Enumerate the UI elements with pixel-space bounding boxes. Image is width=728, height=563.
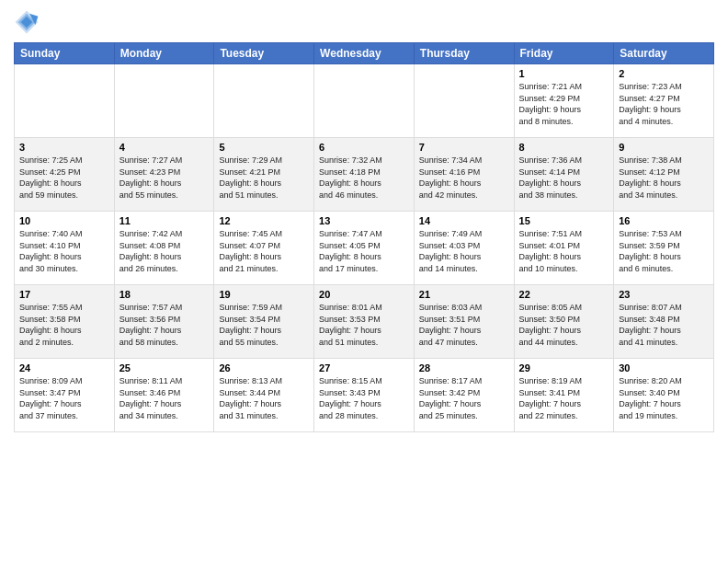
calendar-cell: 25Sunrise: 8:11 AM Sunset: 3:46 PM Dayli… [114,359,214,432]
day-number: 14 [419,215,509,226]
day-info: Sunrise: 7:51 AM Sunset: 4:01 PM Dayligh… [519,228,609,274]
day-number: 5 [219,142,309,153]
calendar-cell: 30Sunrise: 8:20 AM Sunset: 3:40 PM Dayli… [614,359,714,432]
calendar-cell: 29Sunrise: 8:19 AM Sunset: 3:41 PM Dayli… [514,359,614,432]
day-info: Sunrise: 8:15 AM Sunset: 3:43 PM Dayligh… [319,375,409,421]
day-info: Sunrise: 7:21 AM Sunset: 4:29 PM Dayligh… [519,81,609,127]
day-number: 20 [319,289,409,300]
logo-icon [14,9,40,35]
day-info: Sunrise: 7:27 AM Sunset: 4:23 PM Dayligh… [119,155,210,201]
day-info: Sunrise: 7:53 AM Sunset: 3:59 PM Dayligh… [619,228,709,274]
day-info: Sunrise: 7:34 AM Sunset: 4:16 PM Dayligh… [419,155,509,201]
day-info: Sunrise: 7:32 AM Sunset: 4:18 PM Dayligh… [319,155,409,201]
day-info: Sunrise: 7:57 AM Sunset: 3:56 PM Dayligh… [119,302,210,348]
day-header-friday: Friday [514,43,614,64]
day-header-tuesday: Tuesday [214,43,314,64]
calendar-week-5: 24Sunrise: 8:09 AM Sunset: 3:47 PM Dayli… [15,359,714,432]
header [14,9,714,35]
day-number: 9 [619,142,709,153]
calendar-cell: 21Sunrise: 8:03 AM Sunset: 3:51 PM Dayli… [414,285,514,359]
day-info: Sunrise: 7:59 AM Sunset: 3:54 PM Dayligh… [219,302,309,348]
day-info: Sunrise: 8:09 AM Sunset: 3:47 PM Dayligh… [19,375,109,421]
logo [14,9,43,35]
calendar-cell: 18Sunrise: 7:57 AM Sunset: 3:56 PM Dayli… [114,285,214,359]
calendar-week-1: 1Sunrise: 7:21 AM Sunset: 4:29 PM Daylig… [15,64,714,138]
calendar-cell: 2Sunrise: 7:23 AM Sunset: 4:27 PM Daylig… [614,64,714,138]
calendar-cell: 11Sunrise: 7:42 AM Sunset: 4:08 PM Dayli… [114,212,214,285]
day-info: Sunrise: 8:03 AM Sunset: 3:51 PM Dayligh… [419,302,509,348]
calendar-cell: 8Sunrise: 7:36 AM Sunset: 4:14 PM Daylig… [514,138,614,212]
day-info: Sunrise: 8:05 AM Sunset: 3:50 PM Dayligh… [519,302,609,348]
day-number: 30 [619,362,709,373]
day-info: Sunrise: 8:17 AM Sunset: 3:42 PM Dayligh… [419,375,509,421]
calendar-cell [314,64,415,138]
calendar-cell: 6Sunrise: 7:32 AM Sunset: 4:18 PM Daylig… [314,138,415,212]
day-number: 12 [219,215,309,226]
calendar-cell: 12Sunrise: 7:45 AM Sunset: 4:07 PM Dayli… [214,212,314,285]
day-number: 23 [619,289,709,300]
calendar-week-3: 10Sunrise: 7:40 AM Sunset: 4:10 PM Dayli… [15,212,714,285]
day-number: 28 [419,362,509,373]
day-info: Sunrise: 8:19 AM Sunset: 3:41 PM Dayligh… [519,375,609,421]
day-info: Sunrise: 7:49 AM Sunset: 4:03 PM Dayligh… [419,228,509,274]
day-number: 15 [519,215,609,226]
calendar-container: SundayMondayTuesdayWednesdayThursdayFrid… [0,0,728,563]
calendar-cell: 4Sunrise: 7:27 AM Sunset: 4:23 PM Daylig… [114,138,214,212]
day-number: 19 [219,289,309,300]
calendar-cell: 22Sunrise: 8:05 AM Sunset: 3:50 PM Dayli… [514,285,614,359]
day-info: Sunrise: 7:55 AM Sunset: 3:58 PM Dayligh… [19,302,109,348]
day-number: 3 [19,142,109,153]
calendar-cell: 17Sunrise: 7:55 AM Sunset: 3:58 PM Dayli… [15,285,115,359]
day-info: Sunrise: 7:45 AM Sunset: 4:07 PM Dayligh… [219,228,309,274]
calendar-cell [214,64,314,138]
day-number: 6 [319,142,409,153]
day-number: 18 [119,289,210,300]
day-number: 10 [19,215,109,226]
day-number: 2 [619,68,709,79]
day-number: 22 [519,289,609,300]
calendar-cell: 1Sunrise: 7:21 AM Sunset: 4:29 PM Daylig… [514,64,614,138]
day-number: 1 [519,68,609,79]
calendar-table: SundayMondayTuesdayWednesdayThursdayFrid… [14,42,714,432]
calendar-cell: 24Sunrise: 8:09 AM Sunset: 3:47 PM Dayli… [15,359,115,432]
day-info: Sunrise: 7:29 AM Sunset: 4:21 PM Dayligh… [219,155,309,201]
day-number: 24 [19,362,109,373]
day-header-sunday: Sunday [15,43,115,64]
day-number: 29 [519,362,609,373]
day-number: 7 [419,142,509,153]
day-info: Sunrise: 7:23 AM Sunset: 4:27 PM Dayligh… [619,81,709,127]
calendar-cell: 15Sunrise: 7:51 AM Sunset: 4:01 PM Dayli… [514,212,614,285]
calendar-cell: 16Sunrise: 7:53 AM Sunset: 3:59 PM Dayli… [614,212,714,285]
day-number: 8 [519,142,609,153]
calendar-cell [114,64,214,138]
calendar-cell: 10Sunrise: 7:40 AM Sunset: 4:10 PM Dayli… [15,212,115,285]
day-header-wednesday: Wednesday [314,43,415,64]
day-info: Sunrise: 8:20 AM Sunset: 3:40 PM Dayligh… [619,375,709,421]
day-header-thursday: Thursday [414,43,514,64]
calendar-cell: 19Sunrise: 7:59 AM Sunset: 3:54 PM Dayli… [214,285,314,359]
day-number: 4 [119,142,210,153]
day-number: 17 [19,289,109,300]
day-info: Sunrise: 8:01 AM Sunset: 3:53 PM Dayligh… [319,302,409,348]
calendar-cell: 13Sunrise: 7:47 AM Sunset: 4:05 PM Dayli… [314,212,415,285]
calendar-cell: 3Sunrise: 7:25 AM Sunset: 4:25 PM Daylig… [15,138,115,212]
calendar-cell: 7Sunrise: 7:34 AM Sunset: 4:16 PM Daylig… [414,138,514,212]
calendar-cell: 5Sunrise: 7:29 AM Sunset: 4:21 PM Daylig… [214,138,314,212]
calendar-week-4: 17Sunrise: 7:55 AM Sunset: 3:58 PM Dayli… [15,285,714,359]
calendar-cell: 9Sunrise: 7:38 AM Sunset: 4:12 PM Daylig… [614,138,714,212]
day-header-saturday: Saturday [614,43,714,64]
day-info: Sunrise: 7:38 AM Sunset: 4:12 PM Dayligh… [619,155,709,201]
calendar-cell: 14Sunrise: 7:49 AM Sunset: 4:03 PM Dayli… [414,212,514,285]
day-info: Sunrise: 7:47 AM Sunset: 4:05 PM Dayligh… [319,228,409,274]
day-number: 26 [219,362,309,373]
calendar-header-row: SundayMondayTuesdayWednesdayThursdayFrid… [15,43,714,64]
calendar-cell: 28Sunrise: 8:17 AM Sunset: 3:42 PM Dayli… [414,359,514,432]
day-info: Sunrise: 8:13 AM Sunset: 3:44 PM Dayligh… [219,375,309,421]
day-number: 16 [619,215,709,226]
calendar-cell: 20Sunrise: 8:01 AM Sunset: 3:53 PM Dayli… [314,285,415,359]
calendar-cell: 26Sunrise: 8:13 AM Sunset: 3:44 PM Dayli… [214,359,314,432]
day-number: 27 [319,362,409,373]
day-number: 13 [319,215,409,226]
day-info: Sunrise: 7:40 AM Sunset: 4:10 PM Dayligh… [19,228,109,274]
calendar-cell: 27Sunrise: 8:15 AM Sunset: 3:43 PM Dayli… [314,359,415,432]
